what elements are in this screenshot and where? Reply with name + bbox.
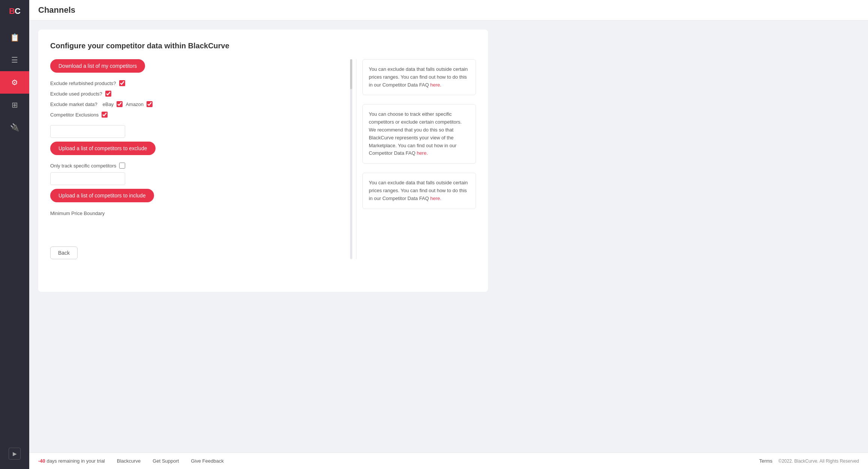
- copyright-text: ©2022. BlackCurve. All Rights Reserved: [778, 459, 859, 464]
- logo-b: B: [9, 6, 15, 16]
- page-card: Configure your competitor data within Bl…: [38, 30, 488, 292]
- competitor-exclusions-checkbox[interactable]: [102, 112, 108, 118]
- logo-c: C: [15, 6, 20, 16]
- terms-link[interactable]: Terms: [759, 458, 772, 464]
- trial-indicator: -40 days remaining in your trial: [38, 458, 105, 464]
- exclude-input-section: [50, 125, 338, 138]
- exclude-used-label: Exclude used products?: [50, 91, 102, 97]
- reports-icon: 📋: [10, 33, 19, 42]
- exclude-refurbished-row: Exclude refurbished products?: [50, 80, 338, 86]
- footer-right: Terms ©2022. BlackCurve. All Rights Rese…: [759, 458, 859, 464]
- exclude-refurbished-label: Exclude refurbished products?: [50, 81, 116, 86]
- amazon-checkbox[interactable]: [147, 101, 153, 107]
- ebay-checkbox[interactable]: [117, 101, 123, 107]
- include-input-section: [50, 172, 338, 185]
- main-area: Channels Configure your competitor data …: [29, 0, 868, 469]
- sidebar: BC 📋 ☰ ⚙ ⊞ 🔌 ▶: [0, 0, 29, 469]
- amazon-label: Amazon: [126, 102, 144, 107]
- exclude-market-label: Exclude market data?: [50, 102, 97, 107]
- min-price-label: Minimum Price Boundary: [50, 211, 105, 216]
- info-box-track-competitors: You can choose to track either specific …: [362, 104, 476, 164]
- checkboxes-section: Exclude refurbished products? Exclude us…: [50, 80, 338, 118]
- scrollbar-track: [350, 59, 352, 259]
- logo: BC: [0, 0, 29, 22]
- sidebar-item-menu[interactable]: ☰: [0, 49, 29, 71]
- card-right: You can exclude data that falls outside …: [356, 59, 476, 259]
- sidebar-item-reports[interactable]: 📋: [0, 26, 29, 49]
- toggle-button[interactable]: ▶: [9, 448, 21, 460]
- exclude-market-row: Exclude market data? eBay Amazon: [50, 101, 338, 107]
- info-box-price-range-2: You can exclude data that falls outside …: [362, 173, 476, 209]
- sidebar-nav: 📋 ☰ ⚙ ⊞ 🔌: [0, 26, 29, 444]
- download-section: Download a list of my competitors: [50, 59, 338, 73]
- only-track-row: Only track specific competitors: [50, 163, 338, 169]
- blackcurve-link[interactable]: Blackcurve: [117, 458, 141, 464]
- min-price-section: Minimum Price Boundary: [50, 210, 338, 217]
- upload-include-section: Upload a list of competitors to include: [50, 189, 338, 202]
- upload-exclude-button[interactable]: Upload a list of competitors to exclude: [50, 142, 156, 155]
- info-box-price-range: You can exclude data that falls outside …: [362, 59, 476, 95]
- page-title: Channels: [38, 5, 75, 15]
- exclude-used-checkbox[interactable]: [105, 91, 111, 97]
- scrollbar-thumb: [350, 59, 352, 89]
- topbar: Channels: [29, 0, 868, 21]
- exclude-competitors-input[interactable]: [50, 125, 125, 138]
- content-area: Configure your competitor data within Bl…: [29, 21, 868, 453]
- footer: -40 days remaining in your trial Blackcu…: [29, 453, 868, 469]
- sidebar-item-grid[interactable]: ⊞: [0, 94, 29, 116]
- give-feedback-link[interactable]: Give Feedback: [191, 458, 223, 464]
- download-competitors-button[interactable]: Download a list of my competitors: [50, 59, 145, 73]
- menu-icon: ☰: [11, 55, 18, 64]
- card-inner: Download a list of my competitors Exclud…: [50, 59, 476, 259]
- upload-exclude-section: Upload a list of competitors to exclude: [50, 142, 338, 155]
- exclude-used-row: Exclude used products?: [50, 91, 338, 97]
- info-box-price-range-link[interactable]: here.: [430, 82, 441, 88]
- info-box-price-range-2-text: You can exclude data that falls outside …: [369, 180, 468, 201]
- info-box-price-range-2-link[interactable]: here.: [430, 196, 441, 201]
- get-support-link[interactable]: Get Support: [153, 458, 179, 464]
- info-box-price-range-text: You can exclude data that falls outside …: [369, 66, 468, 88]
- trial-text: days remaining in your trial: [45, 458, 105, 464]
- settings-icon: ⚙: [11, 78, 18, 87]
- only-track-checkbox[interactable]: [119, 163, 125, 169]
- only-track-label: Only track specific competitors: [50, 163, 116, 169]
- competitor-exclusions-row: Competitor Exclusions: [50, 112, 338, 118]
- scroll-divider: [350, 59, 353, 259]
- sidebar-item-settings[interactable]: ⚙: [0, 71, 29, 94]
- back-section: Back: [50, 246, 338, 259]
- plugin-icon: 🔌: [10, 123, 19, 132]
- back-button[interactable]: Back: [50, 246, 78, 259]
- footer-left: -40 days remaining in your trial Blackcu…: [38, 458, 747, 464]
- competitor-exclusions-label: Competitor Exclusions: [50, 112, 99, 118]
- card-left: Download a list of my competitors Exclud…: [50, 59, 347, 259]
- info-box-track-text: You can choose to track either specific …: [369, 111, 462, 156]
- info-box-track-link[interactable]: here.: [417, 150, 428, 156]
- grid-icon: ⊞: [12, 100, 18, 109]
- include-competitors-input[interactable]: [50, 172, 125, 185]
- sidebar-toggle[interactable]: ▶: [0, 444, 29, 463]
- trial-number: -40: [38, 458, 45, 464]
- exclude-refurbished-checkbox[interactable]: [119, 80, 125, 86]
- upload-include-button[interactable]: Upload a list of competitors to include: [50, 189, 154, 202]
- sidebar-item-plugin[interactable]: 🔌: [0, 116, 29, 139]
- ebay-label: eBay: [103, 102, 114, 107]
- section-title: Configure your competitor data within Bl…: [50, 42, 476, 50]
